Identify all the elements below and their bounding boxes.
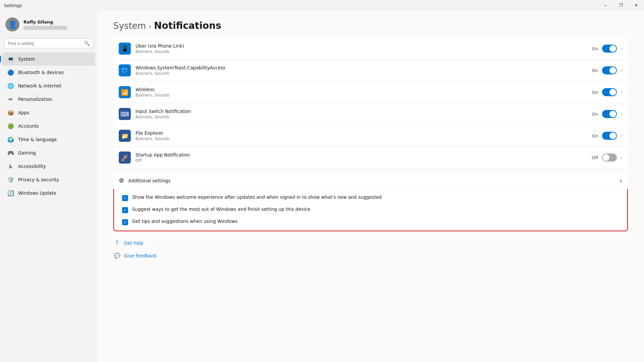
notif-status-text-inputswitch: On xyxy=(592,112,598,117)
notification-list-item[interactable]: 📁 File Explorer Banners, Sounds On › xyxy=(113,125,628,147)
notif-toggle-wireless[interactable] xyxy=(602,88,617,96)
content-area: System › Notifications 📱 Uber (via Phone… xyxy=(97,11,644,362)
checkbox-suggest[interactable] xyxy=(122,207,128,213)
checkbox-item-tips[interactable]: Get tips and suggestions when using Wind… xyxy=(122,219,619,225)
user-section[interactable]: 👤 Rafly Gilang xyxy=(0,13,97,36)
nav-label-system: System xyxy=(18,56,35,62)
sidebar-item-gaming[interactable]: 🎮 Gaming xyxy=(2,146,95,160)
nav-label-privacy: Privacy & security xyxy=(18,177,59,182)
notif-sub-uber: Banners, Sounds xyxy=(136,49,587,54)
search-icon[interactable]: 🔍 xyxy=(84,41,90,46)
sidebar: 👤 Rafly Gilang 🔍 💻 System 🔵 Bluetooth & … xyxy=(0,11,97,362)
link-item-feedback[interactable]: 💬 Give feedback xyxy=(113,251,628,261)
notification-list-item[interactable]: 📶 Wireless Banners, Sounds On › xyxy=(113,81,628,103)
notif-right-uber: On › xyxy=(592,45,623,53)
checkbox-tips[interactable] xyxy=(122,219,128,225)
additional-settings-left: ⚙️ Additional settings xyxy=(119,177,170,184)
nav-icon-accounts: 🟢 xyxy=(7,123,14,129)
additional-settings-header[interactable]: ⚙️ Additional settings ∧ xyxy=(113,172,628,189)
nav-icon-privacy: 🛡️ xyxy=(7,176,14,183)
notif-chevron-wireless: › xyxy=(621,90,623,95)
notif-info-startupapp: Startup App Notification Off xyxy=(136,152,587,163)
nav-items-container: 💻 System 🔵 Bluetooth & devices 🌐 Network… xyxy=(0,52,97,200)
notif-status-text-fileexplorer: On xyxy=(592,133,598,138)
link-item-help[interactable]: ? Get help xyxy=(113,238,628,248)
notif-info-inputswitch: Input Switch Notification Banners, Sound… xyxy=(136,109,587,119)
notif-chevron-systemtoast: › xyxy=(621,68,623,73)
checkbox-welcome[interactable] xyxy=(122,195,128,201)
additional-settings-icon: ⚙️ xyxy=(119,177,124,184)
nav-label-accounts: Accounts xyxy=(18,123,39,129)
notif-status-text-uber: On xyxy=(592,46,598,51)
notif-toggle-fileexplorer[interactable] xyxy=(602,132,617,140)
notif-info-systemtoast: Windows.SystemToast.CapabilityAccess Ban… xyxy=(136,65,587,76)
link-text-feedback[interactable]: Give feedback xyxy=(124,253,157,258)
notif-toggle-systemtoast[interactable] xyxy=(602,66,617,74)
additional-settings-box: Show the Windows welcome experience afte… xyxy=(113,189,628,231)
restore-button[interactable]: ❐ xyxy=(613,0,629,11)
notif-chevron-fileexplorer: › xyxy=(621,133,623,138)
sidebar-item-system[interactable]: 💻 System xyxy=(2,52,95,66)
bottom-spacer xyxy=(97,261,644,274)
minimize-button[interactable]: ─ xyxy=(598,0,613,11)
sidebar-item-bluetooth[interactable]: 🔵 Bluetooth & devices xyxy=(2,66,95,79)
notification-list-item[interactable]: 📱 Uber (via Phone Link) Banners, Sounds … xyxy=(113,38,628,60)
sidebar-item-personalization[interactable]: ✏️ Personalization xyxy=(2,93,95,106)
additional-settings-chevron-up-icon: ∧ xyxy=(619,178,623,183)
link-text-help[interactable]: Get help xyxy=(124,240,144,246)
app-icon-inputswitch: ⌨ xyxy=(119,108,131,120)
nav-label-bluetooth: Bluetooth & devices xyxy=(18,70,64,75)
title-bar: Settings ─ ❐ ✕ xyxy=(0,0,644,11)
sidebar-item-accessibility[interactable]: ♿ Accessibility xyxy=(2,160,95,173)
notif-name-uber: Uber (via Phone Link) xyxy=(136,43,587,49)
checkbox-label-suggest: Suggest ways to get the most out of Wind… xyxy=(132,206,310,212)
nav-label-time: Time & language xyxy=(18,137,57,142)
notif-sub-startupapp: Off xyxy=(136,158,587,163)
title-bar-controls: ─ ❐ ✕ xyxy=(598,0,644,11)
notif-status-text-startupapp: Off xyxy=(592,155,598,160)
link-icon-feedback: 💬 xyxy=(113,252,121,259)
avatar: 👤 xyxy=(5,17,19,32)
sidebar-item-apps[interactable]: 📦 Apps xyxy=(2,106,95,119)
notif-chevron-uber: › xyxy=(621,46,623,51)
notif-chevron-startupapp: › xyxy=(621,155,623,160)
notif-name-fileexplorer: File Explorer xyxy=(136,130,587,136)
nav-label-accessibility: Accessibility xyxy=(18,164,46,169)
checkbox-label-welcome: Show the Windows welcome experience afte… xyxy=(132,194,382,200)
sidebar-item-time[interactable]: 🌍 Time & language xyxy=(2,133,95,146)
bottom-links: ? Get help 💬 Give feedback xyxy=(113,238,628,261)
search-box[interactable]: 🔍 xyxy=(4,38,93,48)
notif-info-fileexplorer: File Explorer Banners, Sounds xyxy=(136,130,587,141)
close-button[interactable]: ✕ xyxy=(629,0,644,11)
search-input[interactable] xyxy=(8,41,81,46)
checkbox-item-suggest[interactable]: Suggest ways to get the most out of Wind… xyxy=(122,206,619,213)
notif-sub-fileexplorer: Banners, Sounds xyxy=(136,136,587,141)
notification-list: 📱 Uber (via Phone Link) Banners, Sounds … xyxy=(113,38,628,168)
sidebar-item-update[interactable]: 🔄 Windows Update xyxy=(2,186,95,200)
notif-name-systemtoast: Windows.SystemToast.CapabilityAccess xyxy=(136,65,587,70)
nav-label-apps: Apps xyxy=(18,110,29,115)
notification-list-item[interactable]: 🚀 Startup App Notification Off Off › xyxy=(113,147,628,168)
app-body: 👤 Rafly Gilang 🔍 💻 System 🔵 Bluetooth & … xyxy=(0,11,644,362)
notification-list-item[interactable]: ⌨ Input Switch Notification Banners, Sou… xyxy=(113,103,628,125)
notif-right-inputswitch: On › xyxy=(592,110,623,118)
nav-icon-apps: 📦 xyxy=(7,109,14,116)
nav-icon-time: 🌍 xyxy=(7,136,14,143)
nav-label-update: Windows Update xyxy=(18,190,56,196)
breadcrumb: System xyxy=(113,21,146,31)
notif-sub-wireless: Banners, Sounds xyxy=(136,93,587,98)
notif-toggle-startupapp[interactable] xyxy=(602,154,617,162)
app-icon-wireless: 📶 xyxy=(119,86,131,98)
sidebar-item-network[interactable]: 🌐 Network & internet xyxy=(2,79,95,93)
notification-list-item[interactable]: 🛡 Windows.SystemToast.CapabilityAccess B… xyxy=(113,60,628,81)
notif-status-text-systemtoast: On xyxy=(592,68,598,73)
notif-right-startupapp: Off › xyxy=(592,154,623,162)
sidebar-item-privacy[interactable]: 🛡️ Privacy & security xyxy=(2,173,95,186)
checkbox-item-welcome[interactable]: Show the Windows welcome experience afte… xyxy=(122,194,619,201)
notif-toggle-uber[interactable] xyxy=(602,45,617,53)
sidebar-item-accounts[interactable]: 🟢 Accounts xyxy=(2,119,95,133)
notif-toggle-inputswitch[interactable] xyxy=(602,110,617,118)
nav-icon-bluetooth: 🔵 xyxy=(7,69,14,76)
breadcrumb-arrow: › xyxy=(149,22,151,31)
notif-info-wireless: Wireless Banners, Sounds xyxy=(136,87,587,98)
